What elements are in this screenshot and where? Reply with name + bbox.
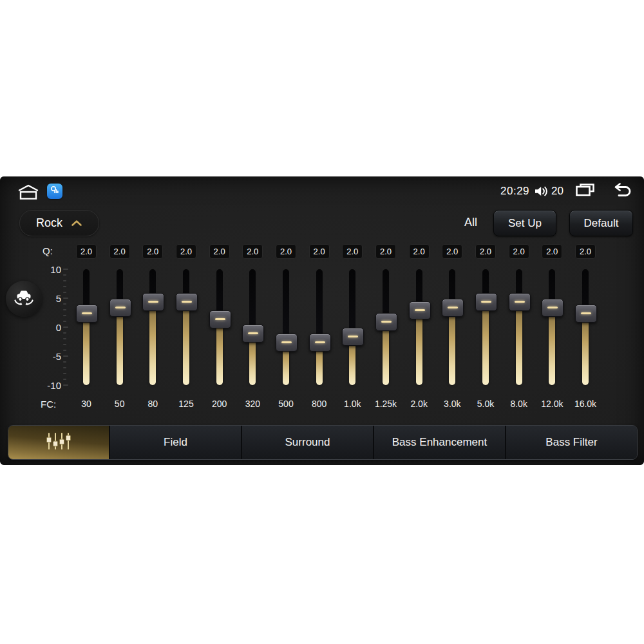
eq-slider-16.0k[interactable] [575,269,596,385]
clock: 20:29 [500,185,529,198]
slider-handle-1.0k[interactable] [342,328,364,346]
set-up-button[interactable]: Set Up [493,210,556,236]
slider-handle-5.0k[interactable] [475,293,497,311]
fc-value-1.0k: 1.0k [334,399,370,409]
db-tick [63,350,66,351]
db-scale-label: 0 [26,322,61,333]
slider-handle-125[interactable] [176,293,198,311]
eq-slider-30[interactable] [76,269,97,385]
slider-handle-320[interactable] [242,325,264,343]
db-tick [63,303,66,305]
default-button[interactable]: Default [569,210,633,236]
tab-bass-filter[interactable]: Bass Filter [505,426,637,459]
slider-fill[interactable] [149,301,156,386]
eq-app-icon [50,185,59,197]
slider-handle-200[interactable] [209,310,231,328]
db-scale-label: -5 [26,351,61,362]
fc-value-200: 200 [202,399,238,409]
slider-fill[interactable] [183,301,189,386]
recents-button[interactable] [575,182,595,201]
slider-handle-3.0k[interactable] [442,299,464,317]
eq-slider-800[interactable] [309,269,330,385]
home-button[interactable] [17,184,40,200]
slider-handle-80[interactable] [142,293,164,311]
q-value-50: 2.0 [109,244,130,259]
fc-value-1.25k: 1.25k [368,399,404,409]
slider-handle-30[interactable] [76,305,98,323]
slider-handle-50[interactable] [109,299,131,317]
preset-label: Rock [36,216,62,230]
eq-slider-80[interactable] [142,269,163,385]
db-tick [63,292,66,293]
fc-value-16.0k: 16.0k [567,399,603,409]
fc-value-800: 800 [301,399,337,409]
back-button[interactable] [611,182,632,201]
slider-fill[interactable] [482,301,489,386]
fc-value-500: 500 [268,399,304,409]
slider-fill[interactable] [416,310,422,385]
slider-handle-16.0k[interactable] [575,305,597,323]
eq-slider-3.0k[interactable] [442,269,462,385]
slider-fill[interactable] [449,307,455,386]
tab-surround[interactable]: Surround [241,426,373,459]
eq-slider-50[interactable] [109,269,130,385]
q-value-16.0k: 2.0 [575,244,596,259]
q-row-label: Q: [43,245,53,256]
slider-fill[interactable] [216,319,223,386]
eq-slider-1.25k[interactable] [375,269,396,385]
q-value-2.0k: 2.0 [409,244,430,259]
q-value-800: 2.0 [309,244,330,259]
slider-fill[interactable] [516,301,522,386]
fc-value-50: 50 [102,399,138,409]
eq-slider-1.0k[interactable] [342,269,363,385]
eq-slider-200[interactable] [209,269,230,385]
db-tick [63,280,66,281]
slider-fill[interactable] [549,307,555,386]
preset-dropdown[interactable]: Rock [19,210,99,236]
db-tick [63,379,66,380]
eq-slider-320[interactable] [242,269,263,385]
car-sound-field-icon [12,287,35,310]
db-tick [63,367,66,368]
fc-value-30: 30 [68,399,104,409]
eq-slider-12.0k[interactable] [542,269,562,385]
slider-fill[interactable] [117,307,123,386]
db-tick [63,286,66,287]
slider-handle-8.0k[interactable] [509,293,531,311]
volume-icon [533,185,549,198]
slider-handle-1.25k[interactable] [375,313,397,331]
db-tick [63,315,66,316]
db-tick [63,309,66,310]
q-value-80: 2.0 [142,244,163,259]
volume-level: 20 [551,185,564,198]
q-value-30: 2.0 [76,244,97,259]
fc-value-12.0k: 12.0k [534,399,570,409]
db-tick [63,344,66,345]
all-label[interactable]: All [464,216,477,229]
q-value-320: 2.0 [242,244,263,259]
chevron-up-icon [71,216,82,230]
db-scale-label: 10 [26,264,61,275]
sound-field-button[interactable] [6,281,42,317]
slider-handle-2.0k[interactable] [409,301,431,319]
eq-slider-500[interactable] [276,269,296,385]
eq-slider-2.0k[interactable] [409,269,430,385]
eq-slider-125[interactable] [176,269,196,385]
db-tick [63,373,66,374]
slider-handle-500[interactable] [276,334,298,352]
db-tick [63,338,66,339]
slider-handle-12.0k[interactable] [542,299,564,317]
slider-handle-800[interactable] [309,334,331,352]
q-value-200: 2.0 [209,244,230,259]
eq-slider-5.0k[interactable] [475,269,496,385]
fc-row-label: FC: [41,399,56,410]
tab-field[interactable]: Field [109,426,241,459]
eq-app-shortcut[interactable] [47,184,62,199]
eq-slider-8.0k[interactable] [509,269,529,385]
q-value-500: 2.0 [276,244,296,259]
tab-equalizer[interactable] [8,426,109,459]
slider-fill[interactable] [83,313,90,386]
tab-bass-enhancement[interactable]: Bass Enhancement [373,426,505,459]
slider-fill[interactable] [582,313,589,386]
q-value-12.0k: 2.0 [542,244,562,259]
